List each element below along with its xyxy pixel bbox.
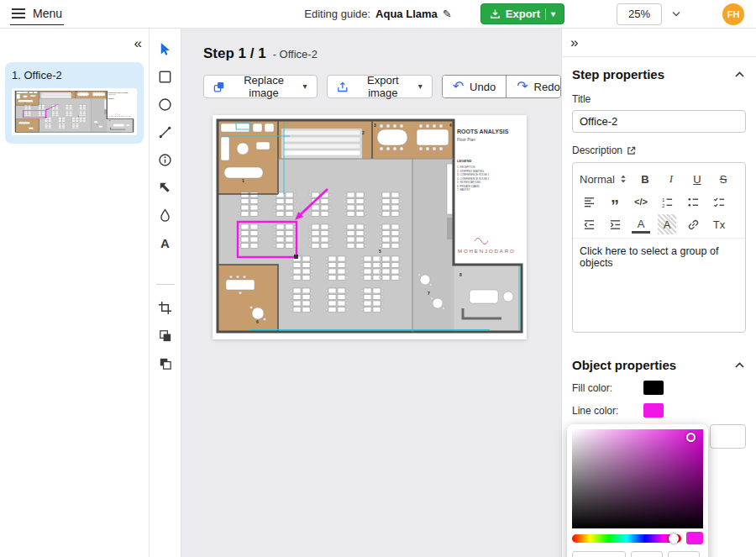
hue-slider[interactable] <box>572 534 681 543</box>
color-picker-popup <box>567 424 708 557</box>
tools-sidebar: A <box>150 29 181 557</box>
export-image-button[interactable]: Export image ▾ <box>327 75 433 98</box>
caret-down-icon: ▾ <box>418 82 423 91</box>
outdent-icon <box>583 218 596 231</box>
arrow-up-left-icon <box>157 180 173 196</box>
title-input[interactable] <box>572 110 746 133</box>
step-thumbnail-label: 1. Office-2 <box>12 69 137 81</box>
hex-input[interactable] <box>572 551 626 557</box>
avatar[interactable]: FH <box>722 3 744 25</box>
bold-button[interactable]: B <box>636 169 654 189</box>
text-tool[interactable]: A <box>155 234 176 251</box>
info-icon <box>157 152 173 168</box>
export-image-icon <box>337 81 349 93</box>
code-block-button[interactable]: </> <box>632 192 650 212</box>
thumbnail-panel: « 1. Office-2 <box>0 29 150 557</box>
clear-format-button[interactable]: Tx <box>710 214 728 234</box>
description-label: Description <box>572 145 622 156</box>
highlight-color-button[interactable]: A <box>658 214 676 234</box>
export-button[interactable]: Export ▾ <box>480 3 564 24</box>
top-bar: Menu Editing guide: Aqua Llama ✎ Export … <box>0 0 756 29</box>
blur-tool[interactable] <box>155 207 176 223</box>
saturation-picker-handle[interactable] <box>686 433 696 442</box>
rectangle-tool[interactable] <box>155 68 176 85</box>
title-label: Title <box>572 93 746 105</box>
step-properties-section: Step properties Title Description <box>562 57 756 333</box>
zoom-chevron-icon[interactable] <box>672 11 680 17</box>
edit-pencil-icon[interactable]: ✎ <box>443 8 452 20</box>
redo-button[interactable]: ↷ Redo <box>506 76 561 97</box>
fill-color-swatch[interactable] <box>643 381 664 395</box>
hue-slider-handle[interactable] <box>669 533 679 544</box>
send-backward-icon <box>157 355 173 371</box>
undo-redo-group: ↶ Undo ↷ Redo <box>442 75 561 98</box>
chevron-up-icon <box>735 71 744 77</box>
arrow-tool[interactable] <box>155 179 176 196</box>
description-content[interactable]: Click here to select a group of objects <box>573 238 745 332</box>
align-button[interactable] <box>580 192 598 212</box>
crop-icon <box>157 300 173 316</box>
undo-icon: ↶ <box>453 80 464 93</box>
guide-name: Aqua Llama <box>375 8 438 20</box>
object-properties-heading: Object properties <box>572 358 676 372</box>
bullet-list-button[interactable] <box>684 192 702 212</box>
link-button[interactable] <box>684 214 702 234</box>
replace-image-label: Replace image <box>231 74 297 99</box>
editor-toolbar-row-1: Normal B I U S <box>580 169 738 189</box>
caret-down-icon: ▾ <box>302 82 307 91</box>
italic-button[interactable]: I <box>662 169 680 189</box>
floor-plan-image[interactable] <box>213 115 527 339</box>
step-image[interactable] <box>213 115 527 339</box>
ordered-list-icon: 1 2 <box>661 196 674 208</box>
droplet-icon <box>157 208 173 223</box>
properties-panel-header: » <box>562 29 756 57</box>
check-list-icon <box>713 196 726 208</box>
paragraph-style-dropdown[interactable]: Normal <box>580 169 628 189</box>
step-subtitle: - Office-2 <box>273 48 318 60</box>
collapse-left-panel-icon[interactable]: « <box>134 35 140 52</box>
description-editor: Normal B I U S <box>572 162 746 333</box>
outdent-button[interactable] <box>580 214 598 234</box>
underline-button[interactable]: U <box>688 169 706 189</box>
tools-divider <box>156 284 175 285</box>
hue-row <box>572 532 703 544</box>
picked-color-swatch <box>686 532 703 544</box>
picker-input[interactable] <box>631 551 663 557</box>
button-divider <box>545 8 546 20</box>
check-list-button[interactable] <box>710 192 728 212</box>
undo-button[interactable]: ↶ Undo <box>443 76 506 97</box>
object-properties-section: Object properties Fill color: Line color… <box>562 348 756 418</box>
crop-tool[interactable] <box>155 299 176 316</box>
saturation-area[interactable] <box>572 429 703 528</box>
fill-color-label: Fill color: <box>572 382 643 394</box>
partially-hidden-input[interactable] <box>710 424 746 449</box>
open-external-icon[interactable] <box>627 146 636 155</box>
zoom-level[interactable]: 25% <box>617 3 662 25</box>
line-icon <box>157 124 173 140</box>
picker-input[interactable] <box>668 551 700 557</box>
editor-toolbar-row-2: ” </> 1 2 <box>580 192 738 212</box>
chevron-up-icon <box>735 362 744 368</box>
info-callout-tool[interactable] <box>155 151 176 168</box>
line-color-label: Line color: <box>572 405 643 417</box>
bring-forward-tool[interactable] <box>155 327 176 344</box>
replace-image-button[interactable]: Replace image ▾ <box>203 75 318 98</box>
menu-button[interactable]: Menu <box>10 3 64 25</box>
collapse-step-properties-button[interactable] <box>733 70 746 79</box>
step-thumbnail-item[interactable]: 1. Office-2 <box>5 62 144 144</box>
collapse-object-properties-button[interactable] <box>733 360 746 370</box>
ordered-list-button[interactable]: 1 2 <box>658 192 676 212</box>
collapse-right-panel-icon[interactable]: » <box>570 34 576 51</box>
line-color-swatch[interactable] <box>643 403 664 418</box>
line-tool[interactable] <box>155 123 176 140</box>
send-backward-tool[interactable] <box>155 355 176 371</box>
strikethrough-button[interactable]: S <box>714 169 732 189</box>
blockquote-button[interactable]: ” <box>606 192 624 212</box>
editing-guide-prefix: Editing guide: <box>304 8 370 20</box>
select-tool[interactable] <box>155 40 176 57</box>
redo-icon: ↷ <box>517 80 528 93</box>
ellipse-tool[interactable] <box>155 96 176 113</box>
download-icon <box>490 8 501 19</box>
indent-button[interactable] <box>606 214 624 234</box>
text-color-button[interactable]: A <box>632 217 650 234</box>
